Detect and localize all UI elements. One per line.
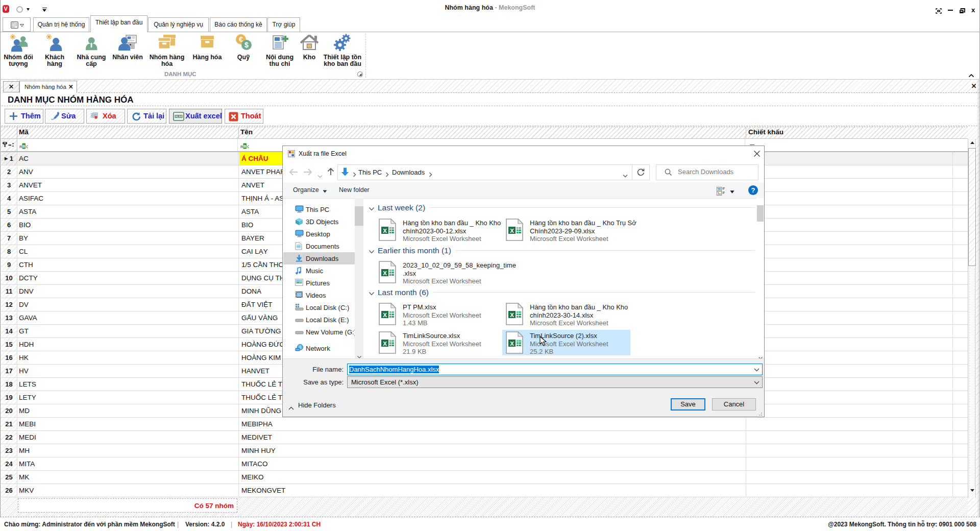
svg-text:B: B (243, 144, 247, 149)
svg-text:C: C (247, 144, 249, 149)
svg-text:X: X (383, 312, 387, 318)
svg-text:X: X (383, 341, 387, 347)
svg-text:X: X (383, 270, 387, 276)
svg-text:X: X (510, 228, 514, 234)
svg-text:X: X (383, 228, 387, 234)
svg-text:C: C (26, 144, 28, 149)
svg-text:B: B (22, 144, 26, 149)
svg-text:$: $ (244, 41, 249, 49)
svg-text:X: X (510, 312, 514, 318)
svg-text:XLSX: XLSX (175, 115, 182, 118)
svg-text:X: X (510, 341, 514, 347)
